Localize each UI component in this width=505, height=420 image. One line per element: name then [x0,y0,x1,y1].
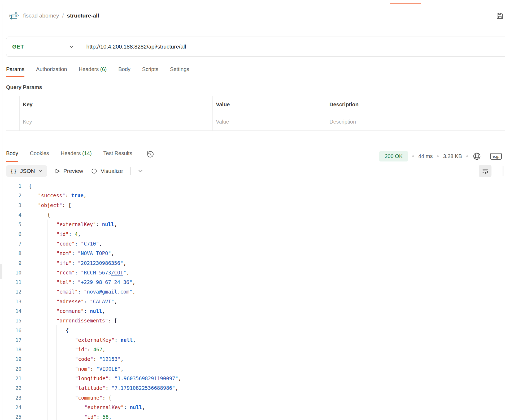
line-number: 8 [2,250,21,256]
request-tab-headers[interactable]: Headers (6) [79,66,107,77]
url-input[interactable]: http://10.4.200.188:8282/api/structure/a… [81,43,186,50]
code-line: 15"arrondissements": [ [2,316,505,325]
line-number: 5 [2,221,21,227]
line-number: 13 [2,299,21,304]
preview-button[interactable]: Preview [55,168,83,174]
param-row-checkbox[interactable] [6,113,20,130]
code-line: 2"success": true, [2,191,505,200]
code-line: 10"rccm": "RCCM 5673/COT", [2,268,505,277]
line-number: 15 [2,318,21,323]
code-line: 13"adresse": "CALAVI", [2,297,505,306]
toolbar-edge-divider [503,166,503,176]
save-icon[interactable] [496,12,504,20]
code-line: 9"ifu": "2021230986356", [2,258,505,268]
column-header-description: Description [326,96,505,113]
code-line: 14"commune": null, [2,306,505,316]
request-header: HTTP fiscad abomey / structure-all S [6,10,505,21]
response-section: BodyCookiesHeaders (14)Test Results 200 … [2,145,505,420]
code-line: 20"nom": "VIDOLE", [2,364,505,374]
code-line: 18"id": 467, [2,345,505,354]
param-input-value[interactable]: Value [213,113,326,130]
code-line: 21"longitude": "1.96035698291190097", [2,374,505,383]
dot-separator [412,155,414,157]
line-number: 21 [2,375,21,381]
method-selector[interactable]: GET [6,43,81,50]
breadcrumb-separator: / [62,12,64,19]
status-badge: 200 OK [379,151,408,161]
format-label: JSON [20,168,35,174]
line-number: 16 [2,327,21,333]
code-line: 12"email": "nova@gmail.com", [2,287,505,296]
save-as-example-icon[interactable]: e.g. [490,153,502,160]
line-number: 17 [2,337,21,343]
request-tab-params[interactable]: Params [6,66,24,77]
code-line: 11"tel": "+229 98 67 24 36", [2,277,505,287]
visualize-wand-icon [91,168,98,174]
param-select-column-header [6,96,20,113]
request-name[interactable]: structure-all [67,12,99,19]
line-number: 7 [2,241,21,247]
response-tab-test-results[interactable]: Test Results [103,150,132,162]
code-line: 23"commune": { [2,393,505,402]
response-tab-headers[interactable]: Headers (14) [61,150,92,162]
viewer-more-chevron-icon[interactable] [138,170,143,173]
line-number: 23 [2,395,21,401]
line-number: 10 [2,270,21,275]
http-method-icon: HTTP [8,11,19,20]
line-number: 12 [2,289,21,295]
line-number: 20 [2,366,21,372]
code-line: 1{ [2,181,505,191]
code-line: 22"latitude": "7.17910822536688986", [2,383,505,393]
dot-separator [437,155,439,157]
param-input-key[interactable]: Key [20,113,213,130]
response-time: 44 ms [418,153,433,159]
code-line: 8"nom": "NOVA TOPO", [2,248,505,258]
dot-separator [466,155,468,157]
response-history-icon[interactable] [146,150,154,159]
code-line: 16{ [2,325,505,335]
code-line: 25"id": 58, [2,412,505,420]
line-number: 4 [2,212,21,218]
column-header-value: Value [213,96,326,113]
network-globe-icon[interactable] [472,152,481,161]
line-number: 2 [2,192,21,198]
code-line: 5"externalKey": null, [2,220,505,229]
request-tab-settings[interactable]: Settings [170,66,189,77]
breadcrumb: fiscad abomey / structure-all [23,12,99,19]
request-tab-authorization[interactable]: Authorization [36,66,67,77]
chevron-down-icon [69,45,74,48]
format-selector[interactable]: { } JSON [6,165,47,177]
line-number: 11 [2,279,21,285]
preview-play-icon [55,168,60,174]
braces-icon: { } [11,168,17,174]
code-line: 3"object": [ [2,200,505,210]
wrap-text-button[interactable] [479,165,491,177]
line-number: 22 [2,385,21,391]
request-tab-body[interactable]: Body [118,66,130,77]
request-tabs: ParamsAuthorizationHeaders (6)BodyScript… [6,66,505,77]
line-number: 24 [2,404,21,410]
code-line: 24"externalKey": null, [2,402,505,412]
response-viewer-toolbar: { } JSON Preview Visualize [2,162,505,179]
url-bar: GET http://10.4.200.188:8282/api/structu… [6,37,505,57]
breadcrumb-collection[interactable]: fiscad abomey [23,12,59,19]
param-input-description[interactable]: Description [326,113,505,130]
left-scroll-handle[interactable] [0,264,2,279]
line-number: 18 [2,347,21,352]
svg-text:HTTP: HTTP [9,14,19,18]
request-tab-scripts[interactable]: Scripts [142,66,158,77]
line-number: 3 [2,202,21,208]
code-line: 19"code": "12153", [2,354,505,364]
response-tab-body[interactable]: Body [6,150,18,162]
code-line: 17"externalKey": null, [2,335,505,345]
line-number: 14 [2,308,21,314]
response-body-json: 1{2"success": true,3"object": [4{5"exter… [2,179,505,420]
query-params-table: KeyValueDescriptionKeyValueDescription [6,96,505,131]
response-tab-cookies[interactable]: Cookies [30,150,49,162]
workspace-tab-bar [0,0,505,4]
line-number: 25 [2,414,21,420]
line-number: 19 [2,356,21,362]
response-size: 3.28 KB [443,153,462,159]
visualize-button[interactable]: Visualize [91,168,123,174]
method-label: GET [12,43,24,50]
